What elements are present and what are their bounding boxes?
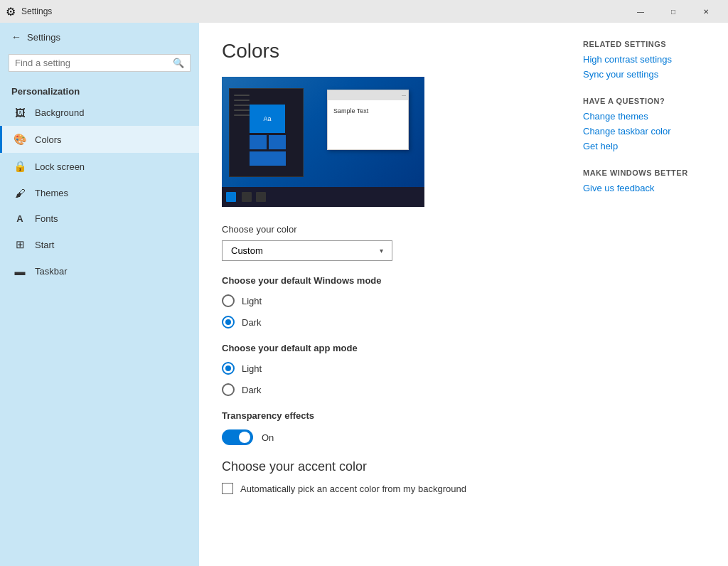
themes-icon: 🖌 — [14, 187, 26, 199]
start-icon: ⊞ — [14, 238, 26, 251]
colors-icon: 🎨 — [14, 133, 26, 146]
fonts-icon: A — [14, 213, 26, 224]
related-settings-title: Related Settings — [583, 40, 717, 48]
give-feedback-link[interactable]: Give us feedback — [583, 183, 717, 193]
windows-mode-section: Choose your default Windows mode Light D… — [222, 275, 549, 329]
auto-accent-checkbox[interactable] — [222, 483, 233, 494]
back-label: Settings — [27, 32, 60, 43]
sidebar-item-label-taskbar: Taskbar — [35, 266, 68, 277]
windows-mode-label: Choose your default Windows mode — [222, 275, 549, 286]
search-icon: 🔍 — [173, 58, 184, 68]
transparency-label: Transparency effects — [222, 410, 549, 421]
content-area: Colors Aa — [199, 23, 728, 566]
auto-accent-row[interactable]: Automatically pick an accent color from … — [222, 483, 549, 494]
app-mode-dark[interactable]: Dark — [222, 383, 549, 396]
main-content: Colors Aa — [199, 23, 572, 566]
sidebar-item-label-colors: Colors — [35, 134, 62, 145]
sidebar-item-label-background: Background — [35, 107, 84, 118]
make-better-section: Make Windows better Give us feedback — [583, 169, 717, 193]
high-contrast-link[interactable]: High contrast settings — [583, 54, 717, 65]
search-input[interactable] — [15, 58, 168, 68]
right-panel: Related Settings High contrast settings … — [572, 23, 728, 566]
windows-mode-radio-group: Light Dark — [222, 294, 549, 329]
make-better-title: Make Windows better — [583, 169, 717, 177]
titlebar: ⚙ Settings — □ ✕ — [0, 0, 728, 23]
toggle-knob — [239, 432, 250, 443]
sidebar: ← Settings 🔍 Personalization 🖼 Backgroun… — [0, 23, 199, 566]
sidebar-section-title: Personalization — [0, 80, 199, 100]
sidebar-item-themes[interactable]: 🖌 Themes — [0, 180, 199, 206]
background-icon: 🖼 — [14, 107, 26, 119]
app-mode-light-radio[interactable] — [222, 362, 235, 375]
transparency-toggle-row: On — [222, 429, 549, 445]
preview-image: Aa — Sample Text — [222, 77, 424, 207]
sidebar-item-lock-screen[interactable]: 🔒 Lock screen — [0, 153, 199, 180]
color-dropdown[interactable]: Custom ▾ — [222, 240, 392, 261]
sidebar-item-background[interactable]: 🖼 Background — [0, 100, 199, 126]
color-dropdown-value: Custom — [231, 245, 263, 256]
search-box[interactable]: 🔍 — [9, 54, 191, 72]
preview-sample-text: Sample Text — [328, 100, 408, 122]
minimize-button[interactable]: — — [624, 0, 657, 23]
app-icon: ⚙ — [6, 5, 16, 18]
have-question-section: Have a question? Change themes Change ta… — [583, 97, 717, 151]
sidebar-item-taskbar[interactable]: ▬ Taskbar — [0, 258, 199, 284]
titlebar-controls: — □ ✕ — [624, 0, 722, 23]
titlebar-left: ⚙ Settings — [6, 5, 52, 18]
app-mode-light-indicator — [225, 365, 231, 371]
choose-color-label: Choose your color — [222, 224, 549, 235]
have-question-title: Have a question? — [583, 97, 717, 105]
transparency-toggle[interactable] — [222, 429, 253, 445]
sidebar-item-label-themes: Themes — [35, 188, 68, 198]
auto-accent-label: Automatically pick an accent color from … — [240, 484, 466, 494]
app-mode-dark-label: Dark — [242, 385, 261, 395]
lock-screen-icon: 🔒 — [14, 160, 26, 173]
app-body: ← Settings 🔍 Personalization 🖼 Backgroun… — [0, 23, 728, 566]
transparency-status: On — [262, 432, 274, 443]
titlebar-title: Settings — [21, 6, 52, 16]
app-mode-section: Choose your default app mode Light Dark — [222, 343, 549, 396]
app-mode-label: Choose your default app mode — [222, 343, 549, 353]
sidebar-item-start[interactable]: ⊞ Start — [0, 231, 199, 258]
sync-settings-link[interactable]: Sync your settings — [583, 69, 717, 80]
change-themes-link[interactable]: Change themes — [583, 111, 717, 122]
windows-mode-dark-label: Dark — [242, 317, 261, 328]
taskbar-icon: ▬ — [14, 265, 26, 277]
maximize-button[interactable]: □ — [657, 0, 690, 23]
app-mode-radio-group: Light Dark — [222, 362, 549, 396]
app-mode-light[interactable]: Light — [222, 362, 549, 375]
sidebar-item-colors[interactable]: 🎨 Colors — [0, 126, 199, 153]
windows-mode-light-label: Light — [242, 296, 262, 306]
app-mode-dark-radio[interactable] — [222, 383, 235, 396]
chevron-down-icon: ▾ — [380, 247, 383, 255]
sidebar-item-fonts[interactable]: A Fonts — [0, 206, 199, 231]
preview-aa-text: Aa — [263, 115, 271, 122]
back-button[interactable]: ← Settings — [0, 23, 199, 51]
accent-title: Choose your accent color — [222, 459, 549, 474]
related-settings-section: Related Settings High contrast settings … — [583, 40, 717, 80]
sidebar-item-label-start: Start — [35, 240, 54, 250]
windows-mode-light-radio[interactable] — [222, 294, 235, 307]
app-mode-light-label: Light — [242, 363, 262, 374]
preview-taskbar — [222, 187, 424, 207]
sidebar-item-label-fonts: Fonts — [35, 213, 58, 224]
change-taskbar-color-link[interactable]: Change taskbar color — [583, 126, 717, 137]
windows-mode-dark-indicator — [225, 319, 231, 325]
windows-mode-light[interactable]: Light — [222, 294, 549, 307]
color-section: Choose your color Custom ▾ — [222, 224, 549, 261]
transparency-section: Transparency effects On — [222, 410, 549, 445]
close-button[interactable]: ✕ — [690, 0, 722, 23]
get-help-link[interactable]: Get help — [583, 141, 717, 151]
windows-mode-dark[interactable]: Dark — [222, 316, 549, 329]
windows-mode-dark-radio[interactable] — [222, 316, 235, 329]
sidebar-item-label-lock-screen: Lock screen — [35, 161, 85, 172]
page-title: Colors — [222, 40, 549, 63]
back-arrow-icon: ← — [11, 31, 21, 43]
accent-section: Choose your accent color Automatically p… — [222, 459, 549, 494]
